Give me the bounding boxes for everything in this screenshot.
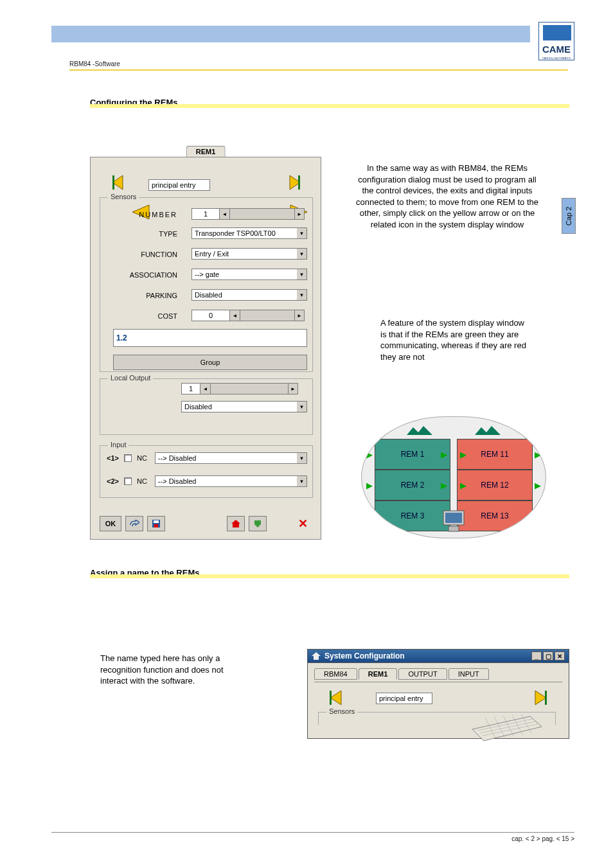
label-cost: COST [113,312,177,320]
close-button[interactable]: ✕ [294,516,312,531]
label-number: NUMBER [113,211,177,218]
tab-rem1[interactable]: REM1 [186,146,226,157]
label-type: TYPE [113,230,177,238]
svg-marker-10 [254,520,261,527]
nc-checkbox-2[interactable] [124,477,132,485]
local-output-legend: Local Output [108,374,153,382]
svg-rect-18 [330,691,332,705]
sensors-legend: Sensors [108,193,139,200]
window-title: System Configuration [324,651,405,660]
computer-icon [434,508,473,534]
svg-rect-7 [154,520,159,523]
svg-rect-3 [298,175,300,190]
close-button[interactable]: ✕ [555,651,565,660]
rem-name-field[interactable]: principal entry [148,179,210,191]
tab-input[interactable]: INPUT [449,668,489,680]
svg-marker-12 [475,426,501,435]
svg-rect-20 [545,691,547,705]
svg-marker-21 [472,716,542,741]
indicator-value: 1.2 [116,333,127,342]
heading-underline [90,574,569,578]
rem-config-dialog: REM1 principal entry Sensors NUMBER 1 ◄ … [90,157,321,540]
home-icon [231,519,241,528]
sensors-fieldset: Sensors NUMBER 1 ◄ ► TYPE Transponder TS… [100,197,313,372]
svg-marker-9 [231,520,240,527]
came-logo: CAME CANCELLI AUTOMATICI [538,22,574,60]
input-legend: Input [108,441,129,448]
maximize-button[interactable]: ▢ [543,651,553,660]
parking-combo[interactable]: Disabled▼ [191,289,307,301]
nc-checkbox-1[interactable] [124,454,132,462]
nc-label: NC [137,454,147,462]
rem-cell[interactable]: ▶REM 2▶ [375,470,450,500]
logo-subtext: CANCELLI AUTOMATICI [539,57,574,60]
chapter-tab: Cap 2 [562,198,576,234]
heading-underline [90,104,569,108]
intro-paragraph: In the same way as with RBM84, the REMs … [352,163,542,230]
next-rem-arrow-icon[interactable] [530,689,549,707]
system-display-oval: ▶REM 1▶ ▶REM 2▶ REM 3 ▶REM 11▶ ▶REM 12▶ … [361,416,546,538]
input1-combo[interactable]: --> Disabled▼ [155,452,307,464]
tab-rbm84[interactable]: RBM84 [314,668,357,680]
input-fieldset: Input <1> NC --> Disabled▼ <2> NC --> Di… [100,445,313,498]
minimize-button[interactable]: _ [531,651,542,660]
floppy-icon [152,519,161,528]
save-button[interactable] [147,516,165,531]
feature-paragraph: A feature of the system display window i… [380,317,529,362]
nc-label: NC [137,477,147,485]
svg-rect-14 [445,513,462,523]
svg-rect-8 [154,524,158,527]
keyboard-icon [466,710,543,742]
tab-rem1[interactable]: REM1 [359,668,398,680]
svg-marker-17 [330,691,341,705]
label-parking: PARKING [113,292,177,299]
undo-button[interactable] [125,516,143,531]
dialog-tab-strip: REM1 [186,146,226,157]
sensors-legend-small: Sensors [326,707,357,715]
rem-cell[interactable]: ▶REM 11▶ [457,439,533,470]
window-icon [312,652,321,660]
group-button[interactable]: Group [113,355,307,370]
local-output-stepper[interactable]: 1 ◄ ► [181,383,298,394]
prev-rem-arrow-icon[interactable] [327,689,346,707]
svg-marker-11 [407,426,432,435]
window-titlebar: System Configuration _ ▢ ✕ [308,650,569,663]
page-arrow-icon [253,519,262,528]
page-footer: cap. < 2 > pag. < 15 > [51,832,574,842]
cost-stepper[interactable]: 0 ◄ ► [191,310,305,321]
next-page-button[interactable] [249,516,267,531]
input-row-idx: <2> [107,477,119,485]
system-config-window: System Configuration _ ▢ ✕ RBM84 REM1 OU… [307,649,569,739]
mountain-icon [407,426,432,435]
function-combo[interactable]: Entry / Exit▼ [191,248,307,260]
tab-output[interactable]: OUTPUT [398,668,447,680]
local-output-combo[interactable]: Disabled▼ [181,401,307,412]
breadcrumb: RBM84 -Software [69,60,120,67]
breadcrumb-underline [69,69,568,71]
prev-rem-arrow-icon[interactable] [109,173,128,192]
label-association: ASSOCIATION [113,271,177,279]
svg-rect-15 [449,526,459,531]
label-function: FUNCTION [113,251,177,258]
close-icon: ✕ [298,517,308,531]
rem-cell[interactable]: ▶REM 12▶ [457,470,533,500]
home-button[interactable] [227,516,245,531]
name-note-paragraph: The name typed here has only a recogniti… [100,653,251,687]
logo-text: CAME [539,44,574,55]
sensor-number-stepper[interactable]: 1 ◄ ► [191,208,305,220]
rem-name-field[interactable]: principal entry [376,693,432,704]
mountain-icon [475,426,501,435]
next-rem-arrow-icon[interactable] [285,173,304,192]
input2-combo[interactable]: --> Disabled▼ [155,475,307,487]
rem-cell[interactable]: ▶REM 1▶ [375,439,450,470]
ok-button[interactable]: OK [100,516,121,531]
svg-marker-16 [312,652,321,660]
svg-marker-19 [535,691,546,705]
document-page: CAME CANCELLI AUTOMATICI RBM84 -Software… [0,0,613,868]
svg-rect-1 [112,175,114,190]
association-combo[interactable]: --> gate▼ [191,269,307,280]
type-combo[interactable]: Transponder TSP00/LT00▼ [191,227,307,239]
header-band [51,26,530,42]
undo-icon [129,520,139,527]
local-output-fieldset: Local Output 1 ◄ ► Disabled▼ [100,378,313,435]
